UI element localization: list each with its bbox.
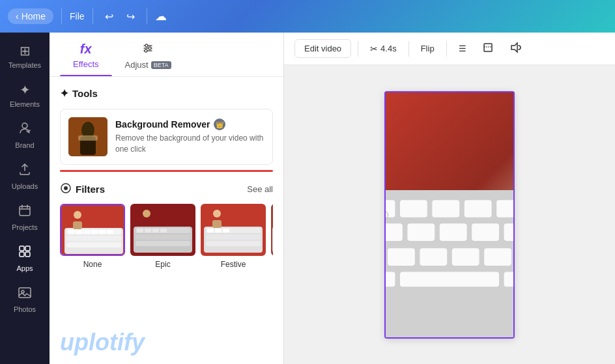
- panel-tabs: fx Effects Adjust BETA: [50, 33, 283, 77]
- svg-rect-39: [145, 229, 151, 232]
- svg-rect-17: [78, 135, 98, 141]
- filter-none-label: None: [83, 260, 102, 269]
- filter-partial[interactable]: [271, 204, 273, 269]
- redo-button[interactable]: ↪: [122, 8, 139, 25]
- svg-rect-55: [484, 44, 492, 51]
- progress-bar: [60, 170, 273, 172]
- audio-button[interactable]: [504, 38, 526, 59]
- menu-button[interactable]: ☰: [453, 40, 472, 57]
- svg-rect-45: [206, 228, 261, 233]
- filters-grid: None: [60, 204, 273, 269]
- sidebar-item-uploads[interactable]: Uploads: [0, 156, 50, 197]
- svg-rect-28: [91, 230, 98, 234]
- svg-rect-68: [407, 223, 435, 241]
- svg-rect-4: [20, 252, 24, 257]
- svg-point-19: [64, 186, 68, 190]
- keyboard-visual: [384, 190, 515, 339]
- tab-adjust[interactable]: Adjust BETA: [112, 33, 184, 76]
- adjust-label-row: Adjust BETA: [125, 60, 171, 70]
- bg-remover-info: Background Remover 👑 Remove the backgrou…: [115, 119, 265, 155]
- filter-festive[interactable]: Festive: [201, 204, 266, 269]
- see-all-button[interactable]: See all: [247, 184, 273, 194]
- plotify-watermark: uplotify: [50, 324, 283, 364]
- sidebar-item-brand[interactable]: Brand: [0, 115, 50, 156]
- svg-rect-54: [272, 227, 273, 253]
- canvas-workspace[interactable]: [284, 65, 615, 364]
- filter-epic[interactable]: Epic: [130, 204, 195, 269]
- uploads-icon: [18, 162, 32, 180]
- svg-rect-3: [25, 246, 30, 251]
- filter-circle-icon: [60, 182, 72, 196]
- sidebar-item-projects[interactable]: Projects: [0, 197, 50, 238]
- svg-rect-32: [73, 221, 82, 229]
- panel-content: ✦ Tools Background Remover 👑: [50, 77, 283, 324]
- svg-point-0: [22, 123, 27, 128]
- bg-remover-thumbnail: [68, 117, 107, 156]
- svg-rect-52: [212, 220, 222, 228]
- bg-remover-title-text: Background Remover: [115, 119, 210, 130]
- svg-rect-50: [223, 229, 229, 232]
- video-frame: [384, 91, 515, 339]
- undo-button[interactable]: ↩: [101, 8, 117, 25]
- video-toolbar: Edit video ✂ 4.4s Flip ☰: [284, 33, 615, 65]
- filter-none[interactable]: None: [60, 204, 125, 269]
- cut-button[interactable]: ✂ 4.4s: [365, 40, 402, 58]
- sidebar-photos-label: Photos: [14, 305, 36, 313]
- filter-festive-label: Festive: [221, 260, 246, 269]
- sidebar-item-photos[interactable]: Photos: [0, 279, 50, 320]
- flip-button[interactable]: Flip: [416, 40, 440, 57]
- templates-icon: ⊞: [20, 43, 31, 59]
- svg-rect-76: [452, 248, 479, 266]
- home-label: Home: [21, 11, 46, 21]
- effects-tab-icon: fx: [80, 42, 92, 57]
- duration-label: 4.4s: [380, 44, 397, 53]
- svg-rect-70: [472, 223, 499, 241]
- topbar-divider2: [93, 8, 93, 24]
- svg-rect-36: [136, 234, 190, 240]
- svg-rect-38: [137, 229, 143, 232]
- svg-rect-81: [400, 272, 499, 287]
- chevron-left-icon: ‹: [16, 11, 19, 21]
- sidebar-item-elements[interactable]: ✦ Elements: [0, 76, 50, 115]
- svg-rect-49: [215, 229, 222, 232]
- adjust-tab-icon: [141, 42, 154, 57]
- sparkle-icon: ✦: [60, 87, 68, 100]
- beta-badge: BETA: [151, 61, 171, 69]
- svg-rect-25: [68, 230, 74, 234]
- tools-label: Tools: [72, 88, 98, 99]
- svg-rect-75: [420, 248, 447, 266]
- edit-video-button[interactable]: Edit video: [294, 39, 351, 58]
- svg-point-42: [143, 210, 150, 217]
- sidebar-item-apps[interactable]: Apps: [0, 238, 50, 279]
- svg-rect-74: [388, 248, 415, 266]
- svg-rect-46: [206, 234, 261, 240]
- home-back-button[interactable]: ‹ Home: [8, 8, 53, 24]
- sidebar-item-templates[interactable]: ⊞ Templates: [0, 36, 50, 76]
- tab-effects[interactable]: fx Effects: [60, 33, 112, 76]
- audio-icon: [509, 42, 521, 55]
- topbar: ‹ Home File ↩ ↪ ☁: [0, 0, 615, 33]
- svg-rect-80: [384, 272, 395, 287]
- video-content: [384, 91, 515, 339]
- toolbar-divider3: [446, 41, 447, 57]
- tools-section-header: ✦ Tools: [60, 87, 273, 100]
- filters-title: Filters: [60, 182, 105, 196]
- topbar-divider: [61, 8, 62, 24]
- svg-rect-69: [440, 223, 467, 241]
- background-remover-card[interactable]: Background Remover 👑 Remove the backgrou…: [60, 109, 273, 165]
- projects-icon: [18, 203, 32, 221]
- main-layout: ⊞ Templates ✦ Elements Brand Uploads Pro…: [0, 33, 615, 364]
- svg-point-51: [213, 210, 221, 217]
- svg-point-11: [145, 44, 148, 47]
- topbar-divider3: [147, 8, 147, 24]
- plotify-text: uplotify: [60, 329, 145, 356]
- file-menu-button[interactable]: File: [70, 11, 85, 21]
- apps-icon: [18, 244, 32, 262]
- svg-rect-26: [76, 230, 82, 234]
- crop-button[interactable]: [477, 38, 499, 59]
- toolbar-divider1: [358, 41, 358, 57]
- sidebar-brand-label: Brand: [15, 141, 34, 149]
- sidebar-apps-label: Apps: [16, 264, 33, 272]
- svg-rect-62: [432, 200, 459, 217]
- svg-rect-29: [99, 230, 106, 234]
